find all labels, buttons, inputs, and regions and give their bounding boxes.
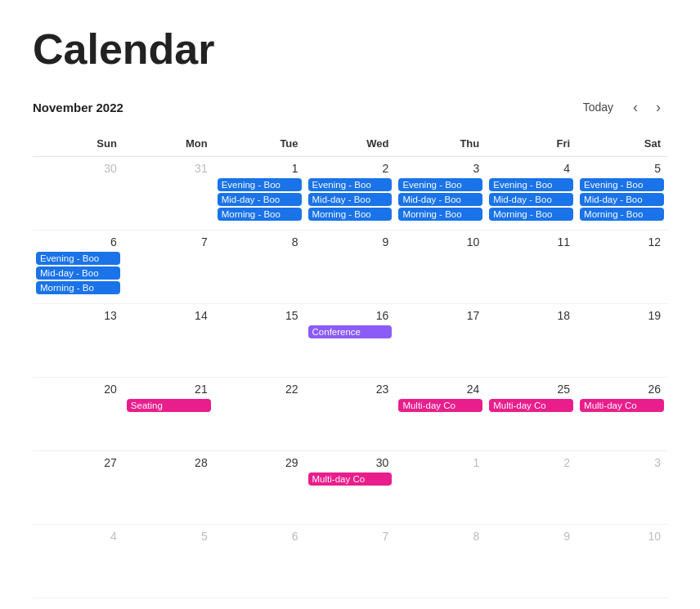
day-number: 1: [398, 455, 482, 472]
day-number: 7: [127, 234, 211, 252]
calendar-event[interactable]: Morning - Boo: [308, 208, 393, 221]
calendar-cell[interactable]: 6Evening - BooMid-day - BooMorning - Bo: [33, 231, 123, 304]
calendar-cell[interactable]: 1Evening - BooMid-day - BooMorning - Boo: [214, 157, 305, 231]
calendar-cell[interactable]: 8: [395, 525, 486, 598]
calendar-cell[interactable]: 26Multi-day Co: [577, 378, 667, 451]
calendar-event[interactable]: Conference: [308, 325, 393, 338]
next-month-button[interactable]: ›: [649, 96, 667, 118]
events-container: Conference: [308, 325, 393, 338]
calendar-event[interactable]: Evening - Boo: [36, 252, 120, 265]
today-button[interactable]: Today: [575, 97, 621, 117]
events-container: Evening - BooMid-day - BooMorning - Boo: [308, 178, 393, 221]
calendar-event[interactable]: Evening - Boo: [398, 178, 482, 191]
day-number: 2: [308, 160, 393, 178]
calendar-cell[interactable]: 24Multi-day Co: [395, 378, 486, 451]
calendar-cell[interactable]: 22: [214, 378, 305, 451]
calendar-cell[interactable]: 28: [123, 451, 214, 525]
calendar-cell[interactable]: 4: [33, 525, 123, 598]
day-number: 29: [218, 455, 302, 472]
day-number: 5: [580, 160, 664, 178]
calendar-cell[interactable]: 16Conference: [305, 304, 396, 378]
calendar-cell[interactable]: 3Evening - BooMid-day - BooMorning - Boo: [395, 157, 486, 231]
day-number: 17: [398, 307, 482, 325]
calendar-cell[interactable]: 12: [577, 231, 667, 304]
calendar-event[interactable]: Morning - Boo: [218, 208, 302, 221]
calendar-event[interactable]: Evening - Boo: [218, 178, 302, 191]
calendar-event[interactable]: Mid-day - Boo: [218, 193, 302, 206]
weekday-header: Mon: [123, 132, 214, 157]
calendar-event[interactable]: Morning - Boo: [580, 208, 664, 221]
calendar-cell[interactable]: 23: [305, 378, 396, 451]
calendar-event[interactable]: Evening - Boo: [580, 178, 664, 191]
calendar-event[interactable]: Evening - Boo: [489, 178, 573, 191]
calendar-cell[interactable]: 6: [214, 525, 305, 598]
nav-controls: Today ‹ ›: [575, 96, 667, 118]
events-container: Multi-day Co: [308, 472, 393, 486]
calendar-cell[interactable]: 30Multi-day Co: [305, 451, 396, 525]
day-number: 12: [580, 234, 664, 252]
calendar-event[interactable]: Multi-day Co: [489, 399, 573, 412]
calendar-cell[interactable]: 9: [305, 231, 396, 304]
calendar-cell[interactable]: 2Evening - BooMid-day - BooMorning - Boo: [305, 157, 396, 231]
calendar-cell[interactable]: 9: [486, 525, 577, 598]
calendar-cell[interactable]: 21Seating: [123, 378, 214, 451]
weekday-header: Sun: [33, 132, 123, 157]
day-number: 27: [36, 455, 120, 472]
calendar-cell[interactable]: 3: [577, 451, 667, 525]
calendar-event[interactable]: Multi-day Co: [308, 472, 393, 486]
calendar-cell[interactable]: 7: [305, 525, 396, 598]
calendar-cell[interactable]: 19: [577, 304, 667, 378]
day-number: 3: [580, 455, 664, 472]
calendar-grid: SunMonTueWedThuFriSat 30311Evening - Boo…: [33, 132, 667, 598]
calendar-cell[interactable]: 17: [395, 304, 486, 378]
day-number: 6: [218, 528, 302, 546]
calendar-event[interactable]: Morning - Bo: [36, 281, 120, 294]
calendar-event[interactable]: Seating: [127, 399, 211, 412]
calendar-cell[interactable]: 5Evening - BooMid-day - BooMorning - Boo: [577, 157, 667, 231]
day-number: 16: [308, 307, 393, 325]
calendar-cell[interactable]: 7: [123, 231, 214, 304]
calendar-cell[interactable]: 2: [486, 451, 577, 525]
calendar-event[interactable]: Multi-day Co: [398, 399, 482, 412]
calendar-event[interactable]: Mid-day - Boo: [580, 193, 664, 206]
calendar-header: November 2022 Today ‹ ›: [33, 96, 667, 118]
calendar-event[interactable]: Multi-day Co: [580, 399, 664, 412]
calendar-cell[interactable]: 30: [33, 157, 123, 231]
calendar-event[interactable]: Mid-day - Boo: [489, 193, 573, 206]
calendar-cell[interactable]: 5: [123, 525, 214, 598]
calendar-cell[interactable]: 15: [214, 304, 305, 378]
day-number: 8: [398, 528, 482, 546]
calendar-event[interactable]: Mid-day - Boo: [36, 266, 120, 280]
calendar-cell[interactable]: 29: [214, 451, 305, 525]
day-number: 11: [489, 234, 573, 252]
day-number: 24: [398, 381, 482, 399]
calendar-cell[interactable]: 4Evening - BooMid-day - BooMorning - Boo: [486, 157, 577, 231]
calendar-cell[interactable]: 10: [577, 525, 667, 598]
weekday-header: Thu: [395, 132, 486, 157]
day-number: 25: [489, 381, 573, 399]
calendar-cell[interactable]: 25Multi-day Co: [486, 378, 577, 451]
prev-month-button[interactable]: ‹: [626, 96, 644, 118]
calendar-cell[interactable]: 13: [33, 304, 123, 378]
calendar-event[interactable]: Mid-day - Boo: [308, 193, 393, 206]
calendar-event[interactable]: Morning - Boo: [489, 208, 573, 221]
calendar-event[interactable]: Evening - Boo: [308, 178, 393, 191]
calendar-event[interactable]: Morning - Boo: [398, 208, 482, 221]
events-container: Multi-day Co: [580, 399, 664, 412]
day-number: 5: [127, 528, 211, 546]
calendar-cell[interactable]: 8: [214, 231, 305, 304]
day-number: 4: [36, 528, 120, 546]
calendar-cell[interactable]: 31: [123, 157, 214, 231]
events-container: Evening - BooMid-day - BooMorning - Bo: [36, 252, 120, 294]
month-label: November 2022: [33, 101, 123, 114]
calendar-cell[interactable]: 11: [486, 231, 577, 304]
calendar-cell[interactable]: 18: [486, 304, 577, 378]
day-number: 10: [398, 234, 482, 252]
calendar-cell[interactable]: 27: [33, 451, 123, 525]
day-number: 14: [127, 307, 211, 325]
calendar-cell[interactable]: 14: [123, 304, 214, 378]
calendar-cell[interactable]: 20: [33, 378, 123, 451]
calendar-cell[interactable]: 10: [395, 231, 486, 304]
calendar-cell[interactable]: 1: [395, 451, 486, 525]
calendar-event[interactable]: Mid-day - Boo: [398, 193, 482, 206]
